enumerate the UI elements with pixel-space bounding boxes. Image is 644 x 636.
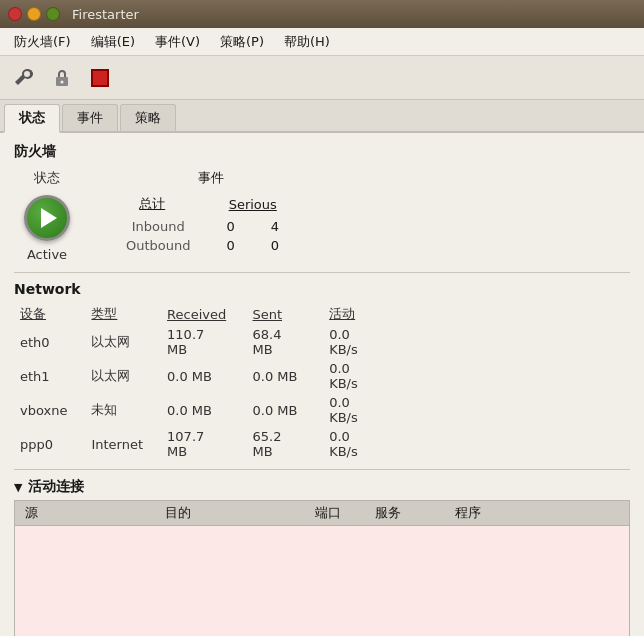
net-device: eth0	[14, 325, 79, 359]
connections-body	[14, 526, 630, 636]
network-table: 设备 类型 Received Sent 活动 eth0 以太网 110.7 MB…	[14, 303, 394, 461]
network-section: Network 设备 类型 Received Sent 活动 eth0 以太网 …	[14, 281, 630, 461]
network-row: eth0 以太网 110.7 MB 68.4 MB 0.0 KB/s	[14, 325, 394, 359]
divider-1	[14, 272, 630, 273]
connections-header: ▼ 活动连接	[14, 478, 630, 496]
inbound-row: Inbound 0 4 Outbound 0 0	[110, 215, 311, 257]
net-device: ppp0	[14, 427, 79, 461]
connections-columns: 源 目的 端口 服务 程序	[14, 500, 630, 526]
network-row: eth1 以太网 0.0 MB 0.0 MB 0.0 KB/s	[14, 359, 394, 393]
conn-col-source: 源	[15, 504, 155, 522]
events-column-label: 事件	[110, 169, 311, 187]
inbound-serious: 4	[255, 217, 295, 236]
play-icon	[41, 208, 57, 228]
window-title: Firestarter	[72, 7, 139, 22]
net-sent: 68.4 MB	[240, 325, 317, 359]
window-buttons	[8, 7, 60, 21]
network-title: Network	[14, 281, 630, 297]
network-row: ppp0 Internet 107.7 MB 65.2 MB 0.0 KB/s	[14, 427, 394, 461]
network-col-sent: Sent	[240, 303, 317, 325]
menubar: 防火墙(F) 编辑(E) 事件(V) 策略(P) 帮助(H)	[0, 28, 644, 56]
events-table: 总计 Serious Inbound 0 4	[110, 193, 311, 257]
net-type: 未知	[79, 393, 155, 427]
main-content: 防火墙 状态 Active 事件 总计 Serious	[0, 133, 644, 636]
maximize-button[interactable]	[46, 7, 60, 21]
connections-section: ▼ 活动连接 源 目的 端口 服务 程序	[14, 478, 630, 636]
firewall-title: 防火墙	[14, 143, 630, 161]
settings-toolbar-button[interactable]	[8, 62, 40, 94]
net-type: Internet	[79, 427, 155, 461]
net-received: 0.0 MB	[155, 393, 240, 427]
network-col-received: Received	[155, 303, 240, 325]
tab-events[interactable]: 事件	[62, 104, 118, 131]
menu-edit[interactable]: 编辑(E)	[81, 29, 145, 55]
net-type: 以太网	[79, 359, 155, 393]
toolbar	[0, 56, 644, 100]
firewall-status-column: 状态 Active	[24, 169, 70, 262]
net-sent: 0.0 MB	[240, 359, 317, 393]
firewall-toggle-button[interactable]	[24, 195, 70, 241]
inbound-label: Inbound	[110, 217, 211, 236]
status-column-label: 状态	[34, 169, 60, 187]
minimize-button[interactable]	[27, 7, 41, 21]
titlebar: Firestarter	[0, 0, 644, 28]
events-serious-header: Serious	[194, 193, 311, 215]
connections-title: 活动连接	[28, 478, 84, 496]
network-col-activity: 活动	[317, 303, 394, 325]
lock-toolbar-button[interactable]	[46, 62, 78, 94]
lock-icon	[51, 67, 73, 89]
net-received: 107.7 MB	[155, 427, 240, 461]
events-total-header: 总计	[110, 193, 194, 215]
firewall-grid: 状态 Active 事件 总计 Serious	[14, 169, 630, 262]
outbound-total: 0	[211, 236, 255, 255]
wrench-icon	[13, 67, 35, 89]
network-col-type: 类型	[79, 303, 155, 325]
net-received: 0.0 MB	[155, 359, 240, 393]
outbound-label: Outbound	[110, 236, 211, 255]
stop-toolbar-button[interactable]	[84, 62, 116, 94]
divider-2	[14, 469, 630, 470]
menu-policy[interactable]: 策略(P)	[210, 29, 274, 55]
menu-help[interactable]: 帮助(H)	[274, 29, 340, 55]
network-row: vboxne 未知 0.0 MB 0.0 MB 0.0 KB/s	[14, 393, 394, 427]
conn-col-port: 端口	[305, 504, 365, 522]
outbound-serious: 0	[255, 236, 295, 255]
net-activity: 0.0 KB/s	[317, 325, 394, 359]
conn-col-dest: 目的	[155, 504, 305, 522]
conn-col-app: 程序	[445, 504, 525, 522]
svg-point-1	[61, 80, 64, 83]
net-sent: 0.0 MB	[240, 393, 317, 427]
triangle-icon: ▼	[14, 481, 22, 494]
inbound-total: 0	[211, 217, 255, 236]
tabs-bar: 状态 事件 策略	[0, 100, 644, 133]
network-col-device: 设备	[14, 303, 79, 325]
net-sent: 65.2 MB	[240, 427, 317, 461]
conn-col-service: 服务	[365, 504, 445, 522]
close-button[interactable]	[8, 7, 22, 21]
net-activity: 0.0 KB/s	[317, 427, 394, 461]
net-type: 以太网	[79, 325, 155, 359]
events-column: 事件 总计 Serious Inboun	[110, 169, 311, 262]
net-activity: 0.0 KB/s	[317, 359, 394, 393]
net-device: vboxne	[14, 393, 79, 427]
net-activity: 0.0 KB/s	[317, 393, 394, 427]
tab-policy[interactable]: 策略	[120, 104, 176, 131]
stop-icon	[91, 69, 109, 87]
net-device: eth1	[14, 359, 79, 393]
net-received: 110.7 MB	[155, 325, 240, 359]
menu-firewall[interactable]: 防火墙(F)	[4, 29, 81, 55]
firewall-active-label: Active	[27, 247, 67, 262]
tab-status[interactable]: 状态	[4, 104, 60, 133]
menu-events[interactable]: 事件(V)	[145, 29, 210, 55]
firewall-section: 防火墙 状态 Active 事件 总计 Serious	[14, 143, 630, 262]
